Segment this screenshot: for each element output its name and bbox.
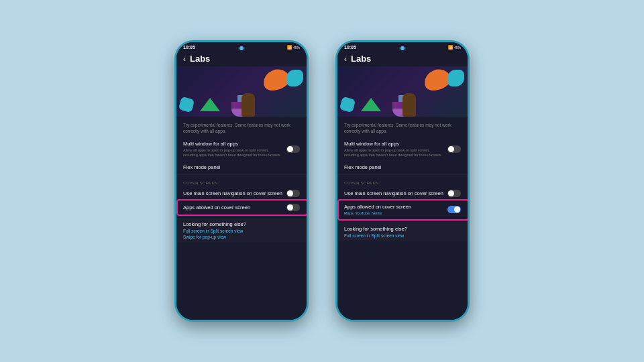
hero-image-left bbox=[176, 66, 307, 117]
blob-teal-right bbox=[447, 70, 464, 86]
header-left: ‹ Labs bbox=[176, 51, 307, 66]
mainnav-toggle-right[interactable] bbox=[447, 190, 461, 197]
status-icons-right: 📶 45% bbox=[448, 45, 461, 50]
looking-title-right: Looking for something else? bbox=[344, 226, 461, 232]
phone-frame-right: 10:05 📶 45% ‹ Labs bbox=[335, 40, 470, 322]
looking-link2-left[interactable]: Swipe for pop-up view bbox=[183, 235, 300, 239]
setting-apps-cover-right[interactable]: Apps allowed on cover screen Maps, YouTu… bbox=[337, 200, 468, 219]
header-title-right: Labs bbox=[351, 54, 371, 64]
triangle-green-left bbox=[200, 98, 220, 111]
battery-text-left: 45% bbox=[293, 46, 300, 50]
hand-left bbox=[241, 93, 255, 117]
mainnav-toggle-left[interactable] bbox=[286, 190, 300, 197]
screen-left: 10:05 📶 45% ‹ Labs bbox=[176, 42, 307, 320]
setting-apps-cover-left[interactable]: Apps allowed on cover screen bbox=[176, 200, 307, 215]
screen-right: 10:05 📶 45% ‹ Labs bbox=[337, 42, 468, 320]
divider-right bbox=[337, 176, 468, 176]
flex-label-right: Flex mode panel bbox=[344, 164, 457, 171]
mainnav-label-wrapper-right: Use main screen navigation on cover scre… bbox=[344, 190, 447, 197]
blob-teal2-right bbox=[339, 97, 356, 113]
setting-mainnav-left[interactable]: Use main screen navigation on cover scre… bbox=[176, 186, 307, 200]
toggle-knob3 bbox=[287, 204, 293, 210]
section-cover-right: Cover screen bbox=[337, 178, 468, 186]
status-time-right: 10:05 bbox=[344, 45, 356, 50]
flex-label-wrapper-right: Flex mode panel bbox=[344, 164, 461, 171]
apps-cover-label-right: Apps allowed on cover screen bbox=[344, 204, 443, 210]
looking-section-left: Looking for something else? Full screen … bbox=[176, 218, 307, 243]
setting-multi-window-right[interactable]: Multi window for all apps Allow all apps… bbox=[337, 137, 468, 161]
hero-image-right bbox=[337, 66, 468, 117]
toggle-knob-r1 bbox=[448, 146, 454, 152]
multi-window-sublabel-left: Allow all apps to open in pop-up view or… bbox=[183, 148, 282, 158]
setting-flex-left[interactable]: Flex mode panel bbox=[176, 161, 307, 174]
multi-window-sublabel-right: Allow all apps to open in pop-up view or… bbox=[344, 148, 443, 158]
setting-flex-right[interactable]: Flex mode panel bbox=[337, 161, 468, 174]
multi-window-label-left: Multi window for all apps bbox=[183, 141, 282, 147]
camera-dot-left bbox=[239, 46, 244, 50]
back-arrow-right[interactable]: ‹ bbox=[344, 54, 347, 64]
setting-left-right: Multi window for all apps Allow all apps… bbox=[344, 141, 447, 158]
setting-left-left: Multi window for all apps Allow all apps… bbox=[183, 141, 286, 158]
divider2-right bbox=[337, 221, 468, 221]
settings-content-right: Try experimental features. Some features… bbox=[337, 117, 468, 320]
desc-text-right: Try experimental features. Some features… bbox=[337, 119, 468, 137]
setting-multi-window-left[interactable]: Multi window for all apps Allow all apps… bbox=[176, 137, 307, 161]
looking-link1-left[interactable]: Full screen in Split screen view bbox=[183, 229, 300, 233]
toggle-knob-r2 bbox=[448, 190, 454, 196]
looking-title-left: Looking for something else? bbox=[183, 221, 300, 227]
apps-cover-label-wrapper-left: Apps allowed on cover screen bbox=[183, 204, 286, 211]
looking-link1-right[interactable]: Full screen in Split screen view bbox=[344, 233, 461, 238]
divider2-left bbox=[176, 216, 307, 217]
multi-window-label-right: Multi window for all apps bbox=[344, 141, 443, 147]
desc-text-left: Try experimental features. Some features… bbox=[176, 119, 307, 137]
apps-cover-toggle-left[interactable] bbox=[286, 204, 300, 211]
phone-frame-left: 10:05 📶 45% ‹ Labs bbox=[174, 40, 309, 322]
divider-left bbox=[176, 176, 307, 176]
toggle-knob-r3 bbox=[454, 206, 460, 213]
flex-label-wrapper-left: Flex mode panel bbox=[183, 164, 300, 171]
apps-cover-label-left: Apps allowed on cover screen bbox=[183, 204, 282, 211]
setting-mainnav-right[interactable]: Use main screen navigation on cover scre… bbox=[337, 186, 468, 200]
status-bar-left: 10:05 📶 45% bbox=[176, 42, 307, 51]
header-title-left: Labs bbox=[190, 54, 210, 64]
signal-icon-right: 📶 bbox=[448, 45, 453, 50]
battery-text-right: 45% bbox=[454, 46, 461, 50]
header-right: ‹ Labs bbox=[337, 51, 468, 66]
multi-window-toggle-right[interactable] bbox=[447, 145, 461, 153]
looking-section-right: Looking for something else? Full screen … bbox=[337, 223, 468, 241]
hand-right bbox=[402, 93, 416, 117]
blob-teal-left bbox=[286, 70, 303, 86]
camera-dot-right bbox=[400, 46, 405, 50]
back-arrow-left[interactable]: ‹ bbox=[183, 54, 186, 64]
section-cover-left: Cover screen bbox=[176, 178, 307, 186]
settings-content-left: Try experimental features. Some features… bbox=[176, 117, 307, 320]
status-time-left: 10:05 bbox=[183, 45, 195, 50]
apps-cover-label-wrapper-right: Apps allowed on cover screen Maps, YouTu… bbox=[344, 204, 447, 216]
toggle-knob bbox=[287, 146, 293, 152]
status-icons-left: 📶 45% bbox=[287, 45, 300, 50]
triangle-green-right bbox=[361, 98, 381, 111]
toggle-knob2 bbox=[287, 190, 293, 196]
flask-right bbox=[392, 91, 413, 117]
mainnav-label-left: Use main screen navigation on cover scre… bbox=[183, 190, 282, 197]
status-bar-right: 10:05 📶 45% bbox=[337, 42, 468, 51]
phone-left: 10:05 📶 45% ‹ Labs bbox=[174, 40, 309, 322]
flask-left bbox=[231, 91, 252, 117]
apps-cover-toggle-right[interactable] bbox=[447, 206, 461, 213]
apps-cover-sublabel-right: Maps, YouTube, Netflix bbox=[344, 211, 443, 216]
mainnav-label-wrapper-left: Use main screen navigation on cover scre… bbox=[183, 190, 286, 197]
phone-right: 10:05 📶 45% ‹ Labs bbox=[335, 40, 470, 322]
signal-icon: 📶 bbox=[287, 45, 292, 50]
multi-window-toggle-left[interactable] bbox=[286, 145, 300, 153]
mainnav-label-right: Use main screen navigation on cover scre… bbox=[344, 190, 443, 197]
blob-teal2-left bbox=[178, 97, 195, 113]
flex-label-left: Flex mode panel bbox=[183, 164, 296, 171]
